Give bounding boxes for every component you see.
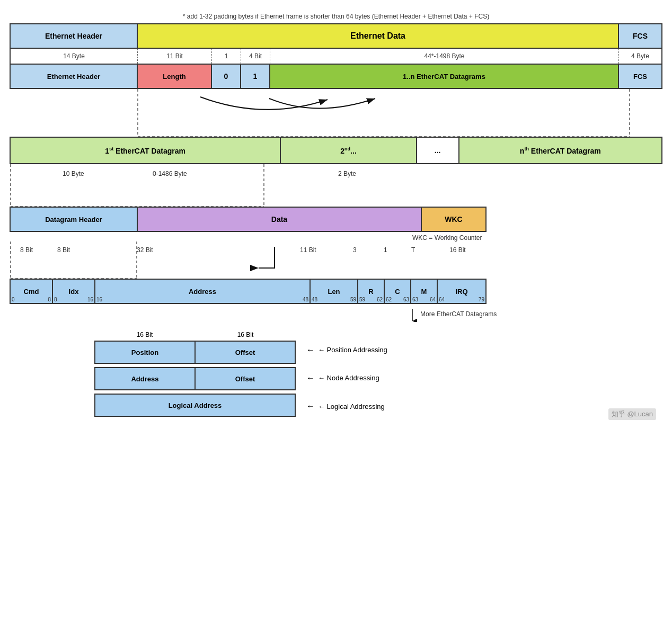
connector-area2: 10 Byte 0-1486 Byte 2 Byte bbox=[10, 164, 662, 207]
bit79-label: 79 bbox=[479, 297, 484, 302]
svg-text:32 Bit: 32 Bit bbox=[137, 246, 153, 254]
position-addressing-label: ← ← Position Addressing bbox=[306, 345, 662, 355]
frame-overview: Ethernet Header Ethernet Data FCS bbox=[10, 23, 662, 49]
datagram-data-cell: Data bbox=[138, 208, 422, 231]
sizes-row: 14 Byte 11 Bit 1 4 Bit 44*-1498 Byte 4 B… bbox=[10, 49, 662, 64]
datagram-row: Datagram Header Data WKC bbox=[10, 207, 487, 232]
fcs-cell: FCS bbox=[619, 24, 661, 48]
svg-text:10 Byte: 10 Byte bbox=[63, 170, 84, 177]
bit8b-label: 8 bbox=[54, 297, 57, 302]
idx-cell: Idx 8 16 bbox=[53, 280, 95, 303]
svg-text:1: 1 bbox=[384, 246, 387, 254]
more-label-area: More EtherCAT Datagrams bbox=[396, 306, 662, 324]
offset-cell1: Offset bbox=[196, 342, 295, 363]
length-size: 11 Bit bbox=[138, 49, 212, 64]
cmd-cell: Cmd 0 8 bbox=[11, 280, 53, 303]
connector-area1 bbox=[10, 89, 662, 137]
svg-text:8 Bit: 8 Bit bbox=[57, 246, 70, 254]
c-cell: C 62 63 bbox=[385, 280, 411, 303]
bit59-label: 59 bbox=[350, 297, 356, 302]
datagram-hdr-cell: Datagram Header bbox=[11, 208, 138, 231]
bit62b-label: 62 bbox=[386, 297, 392, 302]
wkc-note: WKC = Working Counter bbox=[412, 234, 662, 242]
datagram-expand: 1st EtherCAT Datagram 2nd... ... nth Eth… bbox=[10, 137, 662, 164]
addr-labels: ← ← Position Addressing ← ← Node Address… bbox=[296, 329, 662, 420]
bit62-label: 62 bbox=[377, 297, 383, 302]
fcs2-cell: FCS bbox=[619, 65, 661, 88]
r-cell: R 59 62 bbox=[358, 280, 385, 303]
addr-cell: Address 16 48 bbox=[95, 280, 311, 303]
address-table: Address Offset bbox=[94, 367, 296, 390]
logical-table: Logical Address bbox=[94, 394, 296, 417]
header-detail-row: Cmd 0 8 Idx 8 16 Address 16 48 Len 48 59… bbox=[10, 279, 487, 304]
bit16-label: 16 bbox=[87, 297, 93, 302]
position-cell: Position bbox=[95, 342, 196, 363]
off-size: 16 Bit bbox=[195, 329, 296, 341]
irq-cell: IRQ 64 79 bbox=[438, 280, 485, 303]
svg-text:16 Bit: 16 Bit bbox=[449, 246, 466, 254]
ethercat-row: Ethernet Header Length 0 1 1..n EtherCAT… bbox=[10, 64, 662, 89]
bit8-label: 8 bbox=[48, 297, 51, 302]
fcs-size: 4 Byte bbox=[619, 49, 661, 64]
eth-header-cell: Ethernet Header bbox=[11, 24, 138, 48]
bit48b-label: 48 bbox=[312, 297, 317, 302]
addr-spacer bbox=[10, 329, 94, 420]
pos-size: 16 Bit bbox=[94, 329, 195, 341]
len-cell: Len 48 59 bbox=[311, 280, 358, 303]
bit64b-label: 64 bbox=[439, 297, 445, 302]
nth-datagram-cell: nth EtherCAT Datagram bbox=[459, 138, 661, 163]
m-cell: M 63 64 bbox=[411, 280, 438, 303]
svg-text:T: T bbox=[411, 246, 415, 254]
connector-svg1 bbox=[10, 89, 672, 137]
connector-svg2: 10 Byte 0-1486 Byte 2 Byte bbox=[10, 164, 672, 207]
wkc-cell: WKC bbox=[422, 208, 485, 231]
node-addressing-label: ← ← Node Addressing bbox=[306, 373, 662, 383]
datagrams-cell: 1..n EtherCAT Datagrams bbox=[270, 65, 619, 88]
more-datagrams-label: More EtherCAT Datagrams bbox=[420, 310, 497, 318]
svg-text:0-1486 Byte: 0-1486 Byte bbox=[153, 170, 187, 177]
svg-text:8 Bit: 8 Bit bbox=[20, 246, 33, 254]
connector-svg3: 8 Bit 8 Bit 32 Bit 11 Bit 3 1 T 16 Bit bbox=[10, 242, 672, 279]
logical-cell: Logical Address bbox=[95, 395, 295, 416]
address-cell: Address bbox=[95, 368, 196, 389]
bit0-label: 0 bbox=[12, 297, 15, 302]
addr-tables-container: 16 Bit 16 Bit Position Offset Address Of… bbox=[94, 329, 296, 420]
zero-cell: 0 bbox=[212, 65, 241, 88]
bit63-label: 63 bbox=[403, 297, 409, 302]
first-datagram-cell: 1st EtherCAT Datagram bbox=[11, 138, 281, 163]
position-table: Position Offset bbox=[94, 341, 296, 364]
watermark: 知乎 @Lucan bbox=[608, 408, 656, 420]
one-cell: 1 bbox=[241, 65, 270, 88]
connector-area3: 8 Bit 8 Bit 32 Bit 11 Bit 3 1 T 16 Bit bbox=[10, 242, 662, 279]
bit16b-label: 16 bbox=[96, 297, 102, 302]
second-datagram-cell: 2nd... bbox=[281, 138, 417, 163]
eth-hdr-size: 14 Byte bbox=[11, 49, 138, 64]
addr-breakdown: 16 Bit 16 Bit Position Offset Address Of… bbox=[10, 329, 662, 420]
eth-hdr2-cell: Ethernet Header bbox=[11, 65, 138, 88]
bit63b-label: 63 bbox=[412, 297, 418, 302]
one-size: 4 Bit bbox=[241, 49, 270, 64]
bit59b-label: 59 bbox=[359, 297, 365, 302]
eth-data-cell: Ethernet Data bbox=[138, 24, 619, 48]
datagrams-size: 44*-1498 Byte bbox=[270, 49, 619, 64]
dots-cell: ... bbox=[417, 138, 459, 163]
svg-text:11 Bit: 11 Bit bbox=[300, 246, 316, 254]
svg-text:2 Byte: 2 Byte bbox=[338, 170, 356, 177]
zero-size: 1 bbox=[212, 49, 241, 64]
offset-cell2: Offset bbox=[196, 368, 295, 389]
length-cell: Length bbox=[138, 65, 212, 88]
svg-text:3: 3 bbox=[353, 246, 357, 254]
addr-sizes-row: 16 Bit 16 Bit bbox=[94, 329, 296, 341]
bit48-label: 48 bbox=[303, 297, 308, 302]
bit64-label: 64 bbox=[430, 297, 436, 302]
top-note: * add 1-32 padding bytes if Ethernet fra… bbox=[10, 13, 662, 20]
